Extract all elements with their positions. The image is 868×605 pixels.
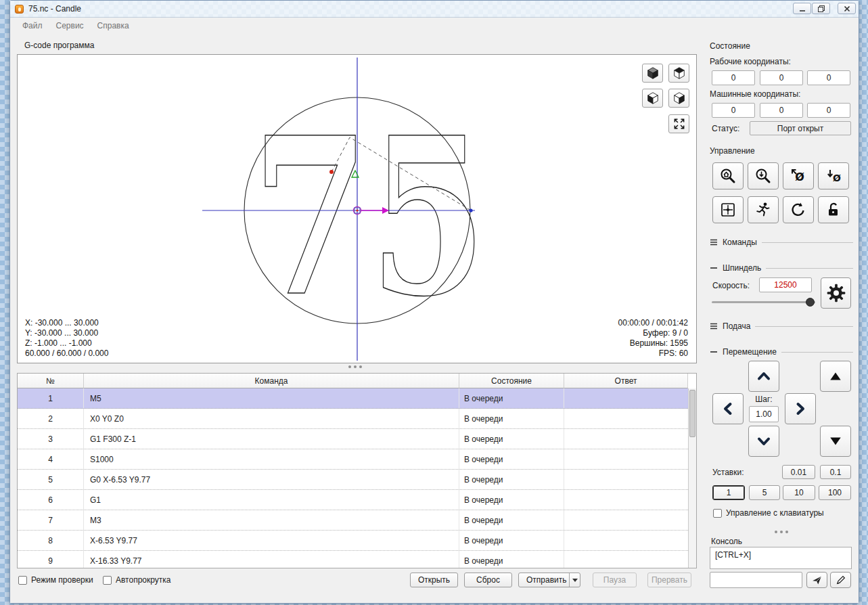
table-row[interactable]: 8 X-6.53 Y9.77 В очереди — [18, 531, 688, 551]
table-row[interactable]: 3 G1 F300 Z-1 В очереди — [18, 429, 688, 449]
table-row[interactable]: 5 G0 X-6.53 Y9.77 В очереди — [18, 470, 688, 490]
status-value: Порт открыт — [750, 121, 851, 135]
menu-help[interactable]: Справка — [91, 19, 136, 32]
preset-5-button[interactable]: 5 — [749, 485, 780, 500]
safe-position-icon — [754, 201, 772, 219]
checkbox-box — [713, 509, 722, 518]
unlock-button[interactable] — [818, 196, 849, 223]
spindle-toggle-button[interactable] — [821, 277, 851, 309]
jog-z-plus-button[interactable] — [820, 361, 851, 392]
open-button[interactable]: Открыть — [410, 573, 458, 587]
table-scrollbar[interactable] — [688, 388, 696, 568]
zero-z-button[interactable]: Ø — [818, 162, 849, 189]
svg-text:Ø: Ø — [795, 171, 804, 183]
checkbox-box — [103, 576, 112, 585]
control-panel-title: Управление — [710, 146, 755, 156]
spindle-panel-title: Шпиндель — [723, 263, 761, 273]
table-row[interactable]: 6 G1 В очереди — [18, 490, 688, 510]
render-info: 00:00:00 / 00:01:42 Буфер: 9 / 0 Вершины… — [618, 318, 688, 359]
view-side-button[interactable] — [668, 89, 689, 108]
reset-button[interactable]: Сброс — [464, 573, 512, 587]
view-top-button[interactable] — [668, 64, 689, 83]
preset-01-button[interactable]: 0.1 — [820, 465, 851, 479]
chevron-right-icon — [791, 399, 810, 418]
checkbox-label: Управление с клавиатуры — [726, 508, 824, 518]
table-row[interactable]: 9 X-16.33 Y9.77 В очереди — [18, 551, 688, 568]
spindle-slider-handle[interactable] — [806, 298, 815, 307]
splitter-handle[interactable] — [348, 365, 362, 368]
spindle-slider[interactable] — [712, 301, 815, 303]
view-iso-button[interactable] — [642, 64, 663, 83]
table-row[interactable]: 4 S1000 В очереди — [18, 449, 688, 470]
send-button[interactable]: Отправить — [518, 573, 580, 587]
menu-file[interactable]: Файл — [16, 19, 49, 32]
preset-001-button[interactable]: 0.01 — [782, 465, 815, 479]
cube-front-icon — [646, 91, 660, 105]
abort-button[interactable]: Прервать — [647, 573, 691, 587]
machine-y-field: 0 — [760, 103, 803, 118]
step-label: Шаг: — [748, 395, 779, 404]
jog-y-plus-button[interactable] — [748, 361, 779, 392]
restore-origin-button[interactable] — [712, 196, 744, 223]
minimize-icon — [798, 5, 806, 13]
view-front-button[interactable] — [642, 89, 663, 108]
col-header-response: Ответ — [564, 374, 688, 388]
spindle-panel-header[interactable]: Шпиндель — [710, 263, 853, 273]
zero-z-icon: Ø — [825, 167, 842, 185]
jog-z-minus-button[interactable] — [820, 426, 851, 457]
z-probe-button[interactable] — [748, 162, 779, 189]
maximize-icon — [817, 5, 825, 13]
preset-1-button[interactable]: 1 — [712, 485, 745, 500]
autoscroll-checkbox[interactable]: Автопрокрутка — [103, 575, 170, 585]
table-row[interactable]: 7 M3 В очереди — [18, 510, 688, 531]
presets-label: Уставки: — [712, 468, 744, 477]
restore-origin-icon — [719, 201, 737, 219]
menu-service[interactable]: Сервис — [49, 19, 91, 32]
title-bar[interactable]: 75.nc - Candle — [10, 1, 859, 18]
gcode-viewport[interactable]: 75 — [17, 54, 697, 363]
send-dropdown[interactable] — [569, 573, 580, 587]
commands-panel-header[interactable]: Команды — [710, 238, 853, 247]
send-icon — [811, 575, 823, 586]
close-button[interactable] — [838, 3, 856, 14]
keyboard-control-checkbox[interactable]: Управление с клавиатуры — [713, 508, 824, 518]
triangle-up-icon — [827, 368, 844, 384]
col-header-num: № — [18, 374, 84, 388]
digits-75: 75 — [252, 90, 486, 344]
spindle-speed-field[interactable]: 12500 — [759, 277, 812, 292]
preset-10-button[interactable]: 10 — [783, 485, 815, 500]
spindle-speed-label: Скорость: — [712, 281, 750, 290]
svg-text:Ø: Ø — [833, 173, 841, 183]
col-header-state: Состояние — [459, 374, 564, 388]
check-mode-checkbox[interactable]: Режим проверки — [18, 575, 93, 585]
minimize-button[interactable] — [793, 3, 811, 14]
preset-100-button[interactable]: 100 — [819, 485, 851, 500]
table-row[interactable]: 2 X0 Y0 Z0 В очереди — [18, 409, 688, 429]
jog-panel-header[interactable]: Перемещение — [710, 347, 853, 357]
feed-panel-title: Подача — [723, 321, 750, 331]
pause-button[interactable]: Пауза — [593, 573, 637, 587]
bounds-info: X: -30.000 ... 30.000 Y: -30.000 ... 30.… — [25, 318, 108, 359]
jog-y-minus-button[interactable] — [748, 426, 779, 457]
zero-xy-button[interactable]: Ø — [783, 162, 814, 189]
console-clear-button[interactable] — [830, 572, 851, 588]
fit-view-button[interactable] — [668, 114, 689, 133]
console-input[interactable] — [710, 572, 802, 588]
desktop: 75.nc - Candle Файл Сервис Справка G-cod… — [0, 0, 868, 605]
soft-reset-button[interactable] — [783, 196, 814, 223]
home-search-button[interactable] — [712, 162, 744, 189]
step-field[interactable]: 1.00 — [749, 406, 779, 422]
gcode-table: № Команда Состояние Ответ 1 M5 В очереди… — [17, 373, 697, 568]
panel-splitter-handle[interactable] — [775, 531, 788, 533]
feed-panel-header[interactable]: Подача — [710, 321, 853, 331]
console-send-button[interactable] — [806, 572, 827, 588]
menu-bar: Файл Сервис Справка — [10, 18, 859, 34]
jog-x-plus-button[interactable] — [785, 393, 816, 424]
collapse-minus-icon — [710, 348, 718, 356]
gear-icon — [825, 282, 847, 304]
jog-x-minus-button[interactable] — [712, 393, 744, 424]
table-row[interactable]: 1 M5 В очереди — [18, 388, 688, 409]
maximize-button[interactable] — [812, 3, 830, 14]
safe-position-button[interactable] — [748, 196, 779, 223]
collapse-minus-icon — [710, 264, 718, 272]
